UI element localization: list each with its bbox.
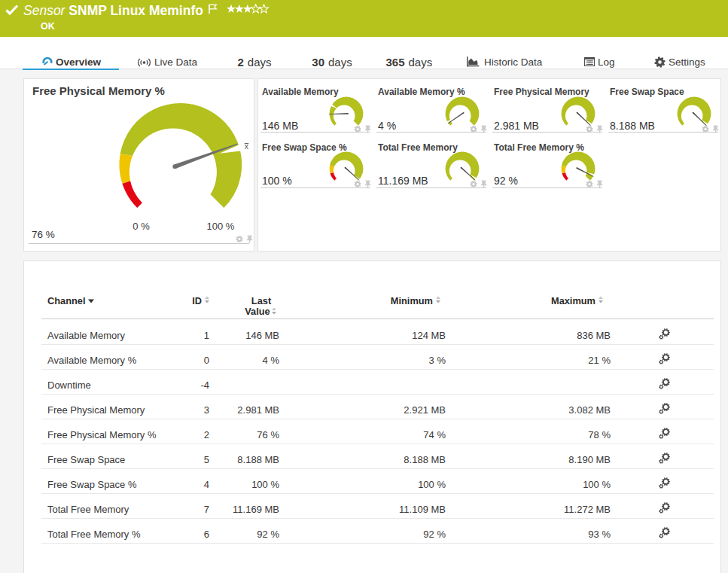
- svg-text:100 %: 100 %: [207, 221, 235, 232]
- svg-text:0 %: 0 %: [133, 221, 150, 232]
